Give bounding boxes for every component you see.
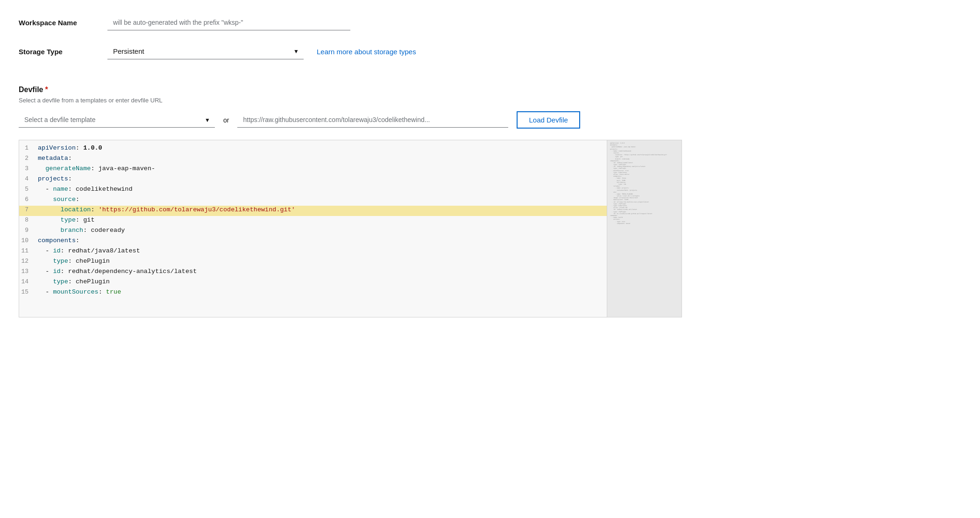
line-content-5: - name: codelikethewind [38,186,607,193]
code-minimap: apiVersion: 1.0.0 metadata: generateName… [607,140,682,317]
line-num-15: 15 [19,288,38,295]
or-separator: or [223,116,229,124]
workspace-name-label: Workspace Name [19,19,107,27]
workspace-name-row: Workspace Name [19,15,682,30]
devfile-url-input[interactable] [237,112,508,128]
devfile-template-select-wrapper: Select a devfile template ▼ [19,112,215,128]
line-content-6: source: [38,196,607,203]
line-content-12: type: chePlugin [38,258,607,265]
code-editor[interactable]: 1 apiVersion: 1.0.0 2 metadata: 3 genera… [19,140,682,317]
code-line-14: 14 type: chePlugin [19,278,607,288]
required-indicator: * [45,86,48,94]
storage-type-row: Storage Type Persistent Ephemeral Async … [19,43,682,59]
line-num-3: 3 [19,165,38,172]
line-content-4: projects: [38,175,607,182]
devfile-section: Devfile* Select a devfile from a templat… [19,86,682,129]
line-content-14: type: chePlugin [38,278,607,285]
line-num-9: 9 [19,227,38,234]
devfile-template-select[interactable]: Select a devfile template [19,112,215,128]
line-content-9: branch: codeready [38,227,607,234]
storage-type-select-wrapper: Persistent Ephemeral Async ▼ [107,43,304,59]
storage-type-label: Storage Type [19,48,107,56]
line-content-8: type: git [38,216,607,223]
learn-more-link[interactable]: Learn more about storage types [317,48,416,56]
line-content-15: - mountSources: true [38,288,607,295]
line-content-7: location: 'https://github.com/tolarewaju… [38,206,607,213]
code-line-12: 12 type: chePlugin [19,257,607,267]
load-devfile-button[interactable]: Load Devfile [517,111,580,129]
line-content-3: generateName: java-eap-maven- [38,165,607,172]
line-content-13: - id: redhat/dependency-analytics/latest [38,268,607,275]
devfile-controls: Select a devfile template ▼ or Load Devf… [19,111,682,129]
code-line-3: 3 generateName: java-eap-maven- [19,165,607,175]
code-line-13: 13 - id: redhat/dependency-analytics/lat… [19,267,607,278]
line-num-14: 14 [19,278,38,285]
code-line-15: 15 - mountSources: true [19,288,607,298]
storage-type-select[interactable]: Persistent Ephemeral Async [107,43,304,59]
line-num-10: 10 [19,237,38,244]
line-num-12: 12 [19,258,38,265]
code-editor-main[interactable]: 1 apiVersion: 1.0.0 2 metadata: 3 genera… [19,140,607,317]
line-content-10: components: [38,237,607,244]
devfile-title-text: Devfile [19,86,43,94]
code-line-9: 9 branch: codeready [19,226,607,237]
line-num-13: 13 [19,268,38,275]
code-line-4: 4 projects: [19,175,607,185]
devfile-subtitle: Select a devfile from a templates or ent… [19,97,682,104]
line-num-4: 4 [19,175,38,182]
line-content-11: - id: redhat/java8/latest [38,247,607,254]
code-line-1: 1 apiVersion: 1.0.0 [19,144,607,154]
line-num-5: 5 [19,186,38,193]
line-num-2: 2 [19,155,38,162]
line-num-11: 11 [19,247,38,254]
code-line-11: 11 - id: redhat/java8/latest [19,247,607,257]
code-line-8: 8 type: git [19,216,607,226]
code-line-5: 5 - name: codelikethewind [19,185,607,195]
devfile-title: Devfile* [19,86,682,94]
line-num-7: 7 [19,206,38,213]
minimap-content: apiVersion: 1.0.0 metadata: generateName… [607,140,682,317]
code-line-7: 7 location: 'https://github.com/tolarewa… [19,206,607,216]
line-content-1: apiVersion: 1.0.0 [38,144,607,151]
line-content-2: metadata: [38,155,607,162]
line-num-6: 6 [19,196,38,203]
workspace-name-input[interactable] [107,15,350,30]
line-num-8: 8 [19,216,38,223]
code-line-6: 6 source: [19,195,607,206]
line-num-1: 1 [19,144,38,151]
page-container: Workspace Name Storage Type Persistent E… [0,0,701,332]
code-line-10: 10 components: [19,237,607,247]
code-line-2: 2 metadata: [19,154,607,165]
